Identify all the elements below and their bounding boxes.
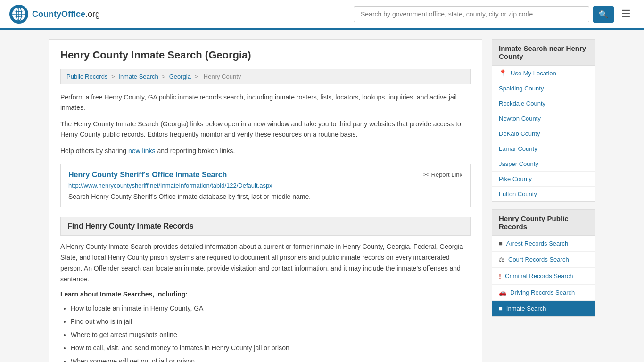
court-icon: ⚖: [499, 256, 504, 263]
fulton-county-link[interactable]: Fulton County: [499, 190, 537, 197]
arrest-records-link[interactable]: Arrest Records Search: [506, 240, 569, 247]
find-section-title: Find Henry County Inmate Records: [67, 222, 463, 230]
inmate-icon: ■: [499, 305, 503, 312]
jasper-county-link[interactable]: Jasper County: [499, 160, 538, 167]
sidebar-item-dekalb[interactable]: DeKalb County: [492, 126, 595, 141]
bullet-5: When someone will get out of jail or pri…: [71, 354, 471, 362]
logo-icon: [9, 5, 28, 24]
sidebar-item-fulton[interactable]: Fulton County: [492, 187, 595, 201]
learn-heading: Learn about Inmate Searches, including:: [60, 290, 471, 298]
sidebar-arrest-records[interactable]: ■ Arrest Records Search: [492, 236, 595, 252]
search-input[interactable]: [354, 6, 589, 22]
link-card-header: Henry County Sheriff's Office Inmate Sea…: [68, 171, 462, 179]
sidebar-item-rockdale[interactable]: Rockdale County: [492, 96, 595, 111]
criminal-icon: !: [499, 272, 501, 280]
sidebar-driving-records[interactable]: 🚗 Driving Records Search: [492, 285, 595, 301]
link-description: Search Henry County Sheriff's Office inm…: [68, 193, 462, 200]
sidebar-inmate-search[interactable]: ■ Inmate Search: [492, 301, 595, 316]
learn-bullets: How to locate an inmate in Henry County,…: [60, 302, 471, 362]
sidebar-nearby-section: Inmate Search near Henry County 📍 Use My…: [492, 39, 595, 202]
sidebar-item-jasper[interactable]: Jasper County: [492, 156, 595, 172]
find-section-body: A Henry County Inmate Search provides de…: [60, 241, 471, 285]
sidebar-public-records-heading: Henry County Public Records: [492, 210, 595, 236]
link-card-title[interactable]: Henry County Sheriff's Office Inmate Sea…: [68, 171, 227, 179]
intro-para-2: The Henry County Inmate Search (Georgia)…: [60, 119, 471, 140]
driving-records-link[interactable]: Driving Records Search: [510, 289, 575, 296]
pike-county-link[interactable]: Pike County: [499, 175, 532, 182]
bullet-4: How to call, visit, and send money to in…: [71, 341, 471, 354]
search-area: 🔍 ☰: [354, 6, 635, 23]
breadcrumb-inmate-search[interactable]: Inmate Search: [118, 73, 158, 80]
use-my-location-link[interactable]: Use My Location: [511, 70, 556, 77]
intro-para-1: Perform a free Henry County, GA public i…: [60, 92, 471, 113]
logo-area: CountyOffice.org: [9, 5, 100, 24]
logo-text: CountyOffice.org: [32, 9, 100, 19]
use-my-location-item[interactable]: 📍 Use My Location: [492, 66, 595, 81]
bullet-3: Where to get arrest mugshots online: [71, 328, 471, 341]
criminal-records-link[interactable]: Criminal Records Search: [505, 272, 573, 280]
link-url[interactable]: http://www.henrycountysheriff.net/Inmate…: [68, 182, 462, 189]
find-section-header: Find Henry County Inmate Records: [60, 217, 471, 236]
sidebar-nearby-heading: Inmate Search near Henry County: [492, 40, 595, 66]
site-header: CountyOffice.org 🔍 ☰: [0, 0, 644, 30]
intro-section: Perform a free Henry County, GA public i…: [60, 92, 471, 156]
inmate-search-link[interactable]: Inmate Search: [506, 305, 546, 312]
new-links-link[interactable]: new links: [128, 147, 156, 155]
dekalb-county-link[interactable]: DeKalb County: [499, 130, 540, 137]
breadcrumb: Public Records > Inmate Search > Georgia…: [60, 69, 471, 84]
link-card: Henry County Sheriff's Office Inmate Sea…: [60, 164, 471, 207]
breadcrumb-henry-county: Henry County: [204, 73, 241, 80]
sidebar-public-records-section: Henry County Public Records ■ Arrest Rec…: [492, 209, 595, 317]
court-records-link[interactable]: Court Records Search: [508, 256, 569, 263]
spalding-county-link[interactable]: Spalding County: [499, 85, 544, 92]
rockdale-county-link[interactable]: Rockdale County: [499, 100, 545, 107]
scissors-icon: ✂: [423, 171, 429, 179]
lamar-county-link[interactable]: Lamar County: [499, 145, 537, 152]
breadcrumb-public-records[interactable]: Public Records: [66, 73, 107, 80]
menu-button[interactable]: ☰: [618, 6, 635, 22]
location-icon: 📍: [499, 69, 507, 77]
sidebar-item-pike[interactable]: Pike County: [492, 172, 595, 187]
main-content: Henry County Inmate Search (Georgia) Pub…: [49, 39, 482, 362]
page-title: Henry County Inmate Search (Georgia): [60, 49, 471, 61]
sidebar: Inmate Search near Henry County 📍 Use My…: [492, 39, 595, 362]
car-icon: 🚗: [499, 289, 506, 296]
intro-para-3: Help others by sharing new links and rep…: [60, 146, 471, 156]
bullet-1: How to locate an inmate in Henry County,…: [71, 302, 471, 315]
newton-county-link[interactable]: Newton County: [499, 115, 541, 122]
report-link-button[interactable]: ✂ Report Link: [423, 171, 462, 179]
report-link-label: Report Link: [431, 171, 462, 178]
arrest-icon: ■: [499, 240, 503, 247]
sidebar-item-lamar[interactable]: Lamar County: [492, 141, 595, 156]
sidebar-item-spalding[interactable]: Spalding County: [492, 81, 595, 96]
breadcrumb-georgia[interactable]: Georgia: [169, 73, 191, 80]
sidebar-item-newton[interactable]: Newton County: [492, 111, 595, 126]
sidebar-criminal-records[interactable]: ! Criminal Records Search: [492, 268, 595, 285]
sidebar-court-records[interactable]: ⚖ Court Records Search: [492, 252, 595, 268]
bullet-2: Find out who is in jail: [71, 315, 471, 328]
page-container: Henry County Inmate Search (Georgia) Pub…: [39, 30, 605, 362]
search-button[interactable]: 🔍: [593, 6, 614, 23]
